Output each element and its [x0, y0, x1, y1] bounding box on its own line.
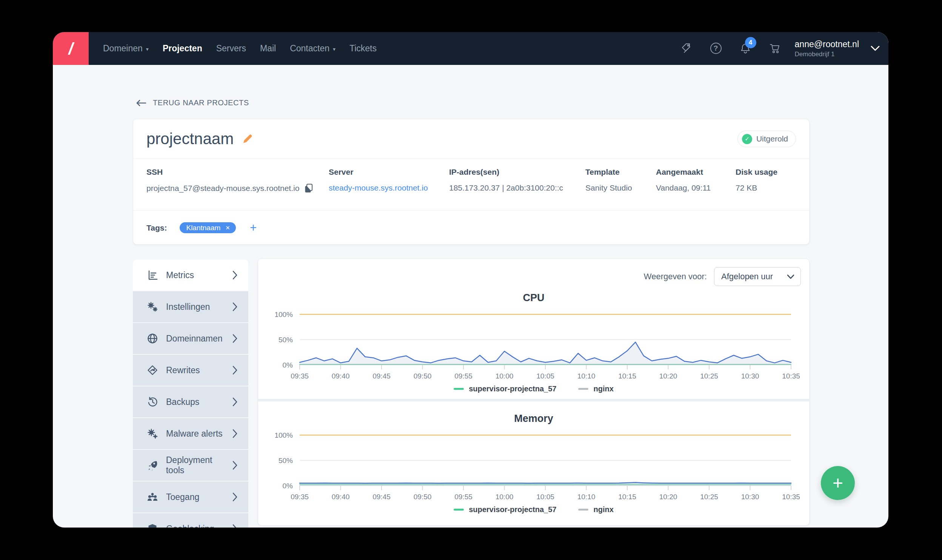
info-col-ip: IP-adres(sen) 185.173.20.37 | 2a0b:3100:…	[449, 168, 585, 210]
info-col-disk: Disk usage 72 KB	[736, 168, 796, 210]
tags-icon[interactable]	[680, 42, 693, 55]
svg-text:10:35: 10:35	[782, 372, 800, 380]
sidebar-item-deployment-tools[interactable]: Deployment tools	[133, 450, 248, 481]
notifications-bell-icon[interactable]: 4	[739, 42, 752, 55]
metrics-panel: Weergeven voor: Afgelopen uur CPU 100%50…	[258, 258, 810, 526]
svg-text:09:35: 09:35	[291, 372, 309, 380]
svg-text:10:05: 10:05	[536, 493, 554, 501]
check-icon: ✓	[742, 134, 752, 144]
timerange-value: Afgelopen uur	[721, 272, 773, 282]
rocket-icon	[146, 459, 159, 471]
add-project-button[interactable]: +	[821, 466, 855, 500]
info-col-ssh: SSH projectna_57@steady-mouse.sys.rootne…	[146, 168, 329, 210]
info-col-template: Template Sanity Studio	[585, 168, 656, 210]
disk-usage-value: 72 KB	[736, 183, 796, 192]
sidebar-item-domeinnamen[interactable]: Domeinnamen	[133, 323, 248, 354]
tag-label: Klantnaam	[186, 224, 220, 232]
sidebar-item-rewrites[interactable]: Rewrites	[133, 355, 248, 386]
remove-tag-icon[interactable]: ✕	[225, 225, 230, 231]
svg-text:10:10: 10:10	[577, 493, 596, 501]
cpu-chart-section: CPU 100%50%0%09:3509:4009:4509:5009:5510…	[258, 292, 809, 402]
chevron-right-icon	[232, 302, 238, 311]
chevron-right-icon	[232, 492, 238, 502]
legend-item: nginx	[578, 505, 613, 514]
legend-dash	[454, 388, 464, 390]
sidebar-item-geoblocking[interactable]: Geoblocking	[133, 513, 248, 528]
info-col-created: Aangemaakt Vandaag, 09:11	[656, 168, 736, 210]
svg-text:10:20: 10:20	[659, 493, 677, 501]
nav-item-servers[interactable]: Servers	[216, 43, 246, 54]
legend-dash	[578, 509, 588, 511]
timerange-select[interactable]: Afgelopen uur	[714, 267, 801, 286]
sidebar-item-toegang[interactable]: Toegang	[133, 482, 248, 512]
edit-icon[interactable]	[242, 133, 253, 145]
nav-right: ? 4	[680, 39, 888, 58]
svg-text:09:45: 09:45	[372, 372, 391, 380]
back-link[interactable]: TERUG NAAR PROJECTS	[136, 98, 249, 107]
legend-item: nginx	[578, 385, 613, 393]
memory-chart-canvas: 100%50%0%09:3509:4009:4509:5009:5510:001…	[258, 427, 809, 502]
sidebar-item-metrics[interactable]: Metrics	[133, 260, 248, 291]
legend-dash	[454, 509, 464, 511]
chevron-right-icon	[232, 429, 238, 438]
copy-icon[interactable]	[304, 183, 313, 193]
rewrite-diamond-icon	[146, 364, 159, 376]
page-title: projectnaam	[146, 130, 234, 148]
account-company: Demobedrijf 1	[795, 51, 859, 58]
svg-text:10:00: 10:00	[496, 493, 514, 501]
tags-row: Tags: Klantnaam ✕ +	[133, 210, 809, 245]
status-label: Uitgerold	[756, 134, 788, 143]
cpu-chart-legend: supervisor-projectna_57 nginx	[258, 383, 809, 394]
account-email: anne@rootnet.nl	[795, 39, 859, 49]
memory-chart-title: Memory	[258, 413, 809, 424]
chevron-right-icon	[232, 366, 238, 375]
nav-item-projecten[interactable]: Projecten	[163, 43, 202, 54]
chevron-right-icon	[232, 334, 238, 343]
project-card: projectnaam ✓ Uitgerold SSH projectna_57…	[133, 119, 810, 245]
memory-chart-section: Memory 100%50%0%09:3509:4009:4509:5009:5…	[258, 413, 809, 515]
chevron-down-icon	[787, 274, 794, 279]
brand-logo[interactable]: /	[53, 32, 89, 65]
cart-icon[interactable]	[768, 42, 781, 55]
svg-text:10:35: 10:35	[782, 493, 800, 501]
shield-icon	[146, 523, 159, 528]
legend-item: supervisor-projectna_57	[454, 385, 556, 393]
svg-text:10:20: 10:20	[659, 372, 677, 380]
svg-text:10:15: 10:15	[618, 493, 636, 501]
svg-text:100%: 100%	[274, 311, 293, 318]
back-link-label: TERUG NAAR PROJECTS	[153, 98, 249, 107]
svg-text:09:50: 09:50	[414, 372, 432, 380]
svg-text:50%: 50%	[279, 336, 293, 344]
svg-text:10:15: 10:15	[618, 372, 636, 380]
nav-icons: ? 4	[680, 42, 781, 55]
cpu-chart-title: CPU	[258, 292, 809, 303]
chevron-right-icon	[232, 397, 238, 406]
top-nav: / Domeinen ▾ Projecten Servers Mail Cont…	[53, 32, 888, 65]
sidebar-item-backups[interactable]: Backups	[133, 386, 248, 417]
svg-text:10:30: 10:30	[741, 493, 759, 501]
account-chevron-down-icon[interactable]	[870, 45, 880, 51]
status-badge: ✓ Uitgerold	[737, 131, 796, 147]
server-link[interactable]: steady-mouse.sys.rootnet.io	[329, 183, 449, 192]
help-icon[interactable]: ?	[710, 42, 722, 55]
nav-item-mail[interactable]: Mail	[260, 43, 276, 54]
history-restore-icon	[146, 396, 159, 408]
nav-item-domeinen[interactable]: Domeinen ▾	[103, 43, 149, 54]
ssh-value: projectna_57@steady-mouse.sys.rootnet.io	[146, 184, 299, 193]
svg-text:09:35: 09:35	[291, 493, 309, 501]
tag-chip[interactable]: Klantnaam ✕	[180, 222, 236, 233]
sidebar-item-malware-alerts[interactable]: Malware alerts	[133, 418, 248, 449]
legend-dash	[578, 388, 588, 390]
chevron-right-icon	[232, 271, 238, 280]
add-tag-button[interactable]: +	[250, 222, 257, 234]
nav-item-contacten[interactable]: Contacten ▾	[290, 43, 336, 54]
notification-count-badge: 4	[745, 37, 756, 48]
template-value: Sanity Studio	[585, 183, 656, 192]
account-menu[interactable]: anne@rootnet.nl Demobedrijf 1	[795, 39, 859, 58]
nav-item-tickets[interactable]: Tickets	[349, 43, 377, 54]
arrow-left-icon	[136, 99, 146, 107]
globe-icon	[146, 332, 159, 345]
sidebar-item-instellingen[interactable]: Instellingen	[133, 291, 248, 322]
app-window: / Domeinen ▾ Projecten Servers Mail Cont…	[53, 32, 888, 528]
svg-text:10:05: 10:05	[536, 372, 554, 380]
